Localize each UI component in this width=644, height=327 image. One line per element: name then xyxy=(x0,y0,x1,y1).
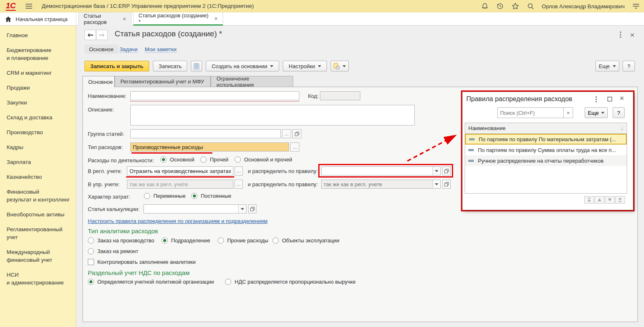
dropdown-arrow-icon[interactable] xyxy=(432,180,440,188)
radio-analytics-operation-objects[interactable]: Объекты эксплуатации xyxy=(273,237,339,244)
tab-expense-items-list[interactable]: Статьи расходов × xyxy=(78,12,132,26)
setup-distribution-rules-link[interactable]: Настроить правила распределения по орган… xyxy=(88,218,268,224)
notifications-icon[interactable] xyxy=(481,2,489,10)
sidebar-item-production[interactable]: Производство xyxy=(7,128,76,136)
save-button[interactable]: Записать xyxy=(153,61,188,71)
form-tab-main[interactable]: Основное xyxy=(82,76,115,88)
close-window-icon[interactable]: × xyxy=(630,31,635,40)
save-and-close-button[interactable]: Записать и закрыть xyxy=(85,61,149,71)
more-button[interactable]: Еще xyxy=(595,61,619,71)
back-button[interactable] xyxy=(85,30,96,40)
sidebar-item-ifrs[interactable]: Международный финансовый учет xyxy=(7,248,76,264)
clear-search-icon[interactable]: × xyxy=(563,108,573,118)
nav-link-notes[interactable]: Мои заметки xyxy=(145,46,176,53)
go-down-button[interactable] xyxy=(605,196,615,204)
popup-close-icon[interactable]: × xyxy=(620,94,624,103)
sidebar-item-payroll[interactable]: Зарплата xyxy=(7,158,76,166)
radio-analytics-department[interactable]: Подразделение xyxy=(162,237,210,244)
mgmt-accounting-choose-button[interactable]: … xyxy=(235,180,243,189)
distribute-rule-input-2[interactable] xyxy=(322,180,432,188)
go-up-button[interactable] xyxy=(595,196,604,204)
reg-accounting-input[interactable] xyxy=(127,166,233,175)
home-page-tab[interactable]: Начальная страница xyxy=(0,12,76,26)
distribute-rule-combobox-1[interactable] xyxy=(321,166,441,175)
calc-item-input[interactable] xyxy=(144,205,238,213)
dropdown-arrow-icon[interactable] xyxy=(432,167,440,175)
radio-activity-other[interactable]: Прочей xyxy=(200,156,228,163)
main-menu-icon[interactable] xyxy=(25,2,33,10)
distribute-rule-combobox-2[interactable] xyxy=(321,180,441,189)
name-input[interactable] xyxy=(130,91,299,100)
favorites-icon[interactable] xyxy=(511,2,519,10)
distribute-rule-label-1: и распределить по правилу: xyxy=(248,168,318,174)
checkbox-control-analytics[interactable]: Контролировать заполнение аналитики xyxy=(88,259,196,265)
forward-button[interactable] xyxy=(96,30,108,40)
radio-analytics-production-order[interactable]: Заказ на производство xyxy=(88,237,154,244)
popup-menu-icon[interactable] xyxy=(595,96,597,102)
sidebar-item-treasury[interactable]: Казначейство xyxy=(7,173,76,181)
sidebar-item-sales[interactable]: Продажи xyxy=(7,84,76,92)
calc-item-combobox[interactable] xyxy=(143,204,247,213)
form-tab-usage-restriction[interactable]: Ограничение использования xyxy=(211,76,293,87)
sidebar-item-warehouse[interactable]: Склад и доставка xyxy=(7,114,76,121)
table-row[interactable]: Ручное распределение на отчеты переработ… xyxy=(465,155,627,166)
create-based-on-button[interactable]: Создать на основании xyxy=(206,61,279,71)
radio-nature-variable[interactable]: Переменные xyxy=(144,193,186,199)
current-user-name[interactable]: Орлов Александр Владимирович xyxy=(542,3,625,9)
reg-accounting-choose-button[interactable]: … xyxy=(235,166,243,175)
radio-activity-main[interactable]: Основной xyxy=(160,156,195,163)
tab-expense-item-create[interactable]: Статья расходов (создание) * × xyxy=(133,12,223,26)
go-last-button[interactable] xyxy=(615,196,625,204)
radio-analytics-other-expenses[interactable]: Прочие расходы xyxy=(218,237,268,244)
ledger-entries-button[interactable] xyxy=(191,61,202,71)
description-textarea[interactable] xyxy=(130,105,415,126)
popup-more-button[interactable]: Еще xyxy=(585,107,608,118)
form-tab-regulated-accounting[interactable]: Регламентированный учет и МФУ xyxy=(115,76,211,87)
sidebar-item-hr[interactable]: Кадры xyxy=(7,143,76,151)
search-input[interactable] xyxy=(498,108,563,118)
close-tab-icon[interactable]: × xyxy=(123,16,126,22)
window-menu-icon[interactable] xyxy=(620,31,621,38)
help-button[interactable]: ? xyxy=(623,61,635,71)
radio-analytics-repair-order[interactable]: Заказ на ремонт xyxy=(88,248,139,254)
group-open-icon[interactable] xyxy=(292,129,301,138)
calc-item-open-icon[interactable] xyxy=(248,204,256,213)
dropdown-arrow-icon[interactable] xyxy=(238,205,246,213)
history-icon[interactable] xyxy=(496,2,504,10)
sidebar-item-crm[interactable]: CRM и маркетинг xyxy=(7,69,76,77)
sidebar-item-budgeting[interactable]: Бюджетирование и планирование xyxy=(7,46,76,62)
group-input[interactable] xyxy=(130,129,281,138)
sidebar-item-purchases[interactable]: Закупки xyxy=(7,99,76,107)
popup-maximize-icon[interactable] xyxy=(607,97,612,102)
search-icon[interactable] xyxy=(526,2,534,10)
sort-descending-icon[interactable]: ↓ xyxy=(621,125,624,131)
popup-help-button[interactable]: ? xyxy=(613,107,625,118)
table-row-selected[interactable]: По партиям по правилу По материальным за… xyxy=(465,134,627,145)
go-first-button[interactable] xyxy=(584,196,594,204)
radio-nature-fixed[interactable]: Постоянные xyxy=(191,193,231,199)
settings-button[interactable]: Настройки xyxy=(283,61,327,71)
sidebar-item-main[interactable]: Главное xyxy=(7,31,76,39)
change-history-button[interactable] xyxy=(331,61,349,71)
group-choose-button[interactable]: … xyxy=(282,129,291,138)
sidebar-item-regulated-accounting[interactable]: Регламентированный учет xyxy=(7,225,76,241)
user-menu-icon[interactable] xyxy=(632,2,640,10)
sidebar-item-financial-result[interactable]: Финансовый результат и контроллинг xyxy=(7,188,76,204)
radio-vat-by-policy[interactable]: Определяется учетной политикой организац… xyxy=(88,279,214,285)
distribute-rule-input-1[interactable] xyxy=(322,167,432,175)
close-tab-icon[interactable]: × xyxy=(214,15,218,22)
popup-search-box[interactable]: × xyxy=(497,107,573,118)
sidebar-item-fixed-assets[interactable]: Внеоборотные активы xyxy=(7,211,76,218)
expense-type-input[interactable] xyxy=(130,142,289,152)
table-row[interactable]: По партиям по правилу Сумма оплаты труда… xyxy=(465,145,627,155)
nav-link-main[interactable]: Основное xyxy=(85,45,118,54)
sidebar-item-master-data-admin[interactable]: НСИ и администрирование xyxy=(7,271,76,287)
mgmt-accounting-input[interactable] xyxy=(127,180,233,189)
radio-activity-main-and-other[interactable]: Основной и прочей xyxy=(235,156,292,163)
nav-link-tasks[interactable]: Задачи xyxy=(120,46,138,53)
table-header[interactable]: Наименование ↓ xyxy=(465,123,627,134)
expense-type-choose-button[interactable]: … xyxy=(290,142,299,152)
distribute-rule-open-icon-1[interactable] xyxy=(442,166,451,175)
radio-vat-by-revenue[interactable]: НДС распределяется пропорционально выруч… xyxy=(225,279,356,285)
distribute-rule-open-icon-2[interactable] xyxy=(442,180,451,189)
